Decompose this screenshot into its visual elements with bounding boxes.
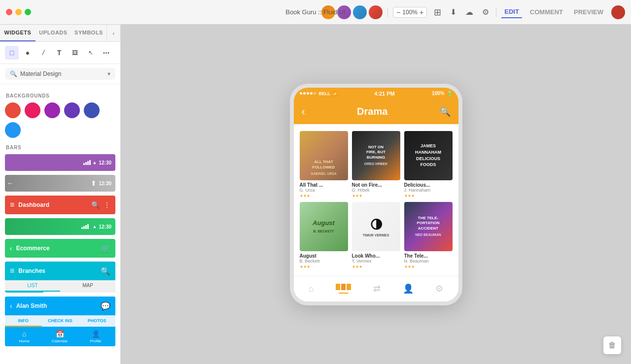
book-grid-container: ALL THATFOLLOWED GABRIEL URZA All That .… <box>294 124 458 276</box>
comment-nav-button[interactable]: COMMENT <box>527 6 566 18</box>
book-item-5[interactable]: THE TELE-PORTATIONACCIDENT NED BEAUMAN T… <box>404 202 453 269</box>
circle-tool-button[interactable]: ● <box>21 46 35 60</box>
bg-color-deep-purple[interactable] <box>64 102 80 118</box>
bar-actions: 🔍 ⋮ <box>91 201 110 209</box>
info-tab[interactable]: INFO <box>5 316 42 327</box>
bg-color-indigo[interactable] <box>84 102 100 118</box>
book-item-3[interactable]: August B. BECKETT August B. Beckett ★★★ <box>300 202 348 269</box>
book-author-5: N. Beauman <box>404 259 453 264</box>
book-cover-text-4: ◑ TIMUR VERMES <box>352 202 400 251</box>
progress-bar <box>5 292 115 293</box>
image-tool-button[interactable]: 🖼 <box>68 46 82 60</box>
book-stars-1: ★★★ <box>352 194 400 198</box>
zoom-out-button[interactable]: − <box>396 8 400 16</box>
nav-calendar[interactable]: 📅 Calendar <box>52 330 68 343</box>
close-button[interactable] <box>6 9 12 15</box>
bg-color-purple[interactable] <box>44 102 60 118</box>
bar-item-green-ecommerce[interactable]: ‹ Ecommerce 🛒 <box>5 239 115 258</box>
canvas-area: BELL 📶 4:21 PM 100% 🔋 ‹ Drama 🔍 <box>121 25 631 364</box>
nav-calendar-label: Calendar <box>52 339 68 343</box>
edit-nav-button[interactable]: EDIT <box>501 6 522 18</box>
book-cover-text-2: JAMESHANNAHAMDELICIOUSFOODS <box>404 131 453 180</box>
trash-button[interactable]: 🗑 <box>603 336 621 354</box>
book-item-1[interactable]: NOT ONFIRE, BUTBURNING GREG HRBEK Not on… <box>352 131 400 198</box>
active-indicator <box>339 293 349 294</box>
bar-item-blue[interactable]: ‹ Alan Smith 💬 INFO CHECK INS PHOTOS ⌂ H… <box>5 297 115 346</box>
nav-home[interactable]: ⌂ Home <box>19 330 30 343</box>
tab-books[interactable] <box>336 284 351 294</box>
search-icon-bar: 🔍 <box>91 201 100 209</box>
list-tab[interactable]: LIST <box>5 280 60 292</box>
book-title-3: August <box>300 253 348 259</box>
book-item-2[interactable]: JAMESHANNAHAMDELICIOUSFOODS Delicious...… <box>404 131 453 198</box>
tab-uploads[interactable]: UPLOADS <box>35 25 71 41</box>
tab-symbols[interactable]: SYMBOLS <box>71 25 106 41</box>
rectangle-tool-button[interactable]: □ <box>5 46 19 60</box>
bar-item-green-status[interactable]: ▲ 12:30 <box>5 218 115 235</box>
bar-item-cyan[interactable]: ≡ Branches 🔍 LIST MAP <box>5 262 115 293</box>
book-item-4[interactable]: ◑ TIMUR VERMES Look Who... T. Vermes ★★★ <box>352 202 400 269</box>
bg-color-blue[interactable] <box>5 122 21 138</box>
window-controls <box>6 9 31 15</box>
bar-item-gray[interactable]: ← ⬆ 12:30 <box>5 175 115 192</box>
gray-status-bar: ← ⬆ 12:30 <box>5 175 115 192</box>
exchange-icon: ⇄ <box>373 283 381 294</box>
tab-settings[interactable]: ⚙ <box>435 283 443 294</box>
zoom-in-button[interactable]: + <box>420 8 423 16</box>
book-item-0[interactable]: ALL THATFOLLOWED GABRIEL URZA All That .… <box>300 131 348 198</box>
book-author-1: G. Hrbek <box>352 188 400 193</box>
search-bar: 🔍 ▾ <box>5 68 115 80</box>
map-tab[interactable]: MAP <box>60 280 115 292</box>
book-cover-3: August B. BECKETT <box>300 202 348 251</box>
line-tool-button[interactable]: / <box>36 46 50 60</box>
tab-profile[interactable]: 👤 <box>403 283 414 294</box>
alan-smith-label: Alan Smith <box>16 302 101 309</box>
status-time: 4:21 PM <box>374 91 395 97</box>
book-cover-0: ALL THATFOLLOWED GABRIEL URZA <box>300 131 348 180</box>
share-icon[interactable]: ⊞ <box>432 5 443 20</box>
search-input[interactable] <box>20 70 105 77</box>
app-title: Book Guru :: Fluid UI <box>285 8 345 16</box>
checkins-tab[interactable]: CHECK INS <box>42 316 79 327</box>
back-button[interactable]: ‹ <box>302 105 305 118</box>
gear-icon: ⚙ <box>435 283 443 294</box>
zoom-control[interactable]: − 100% + <box>393 7 427 18</box>
book-stars-0: ★★★ <box>300 194 348 198</box>
main-layout: WIDGETS UPLOADS SYMBOLS ‹ □ ● / T 🖼 ↖ ••… <box>0 25 631 364</box>
more-tools-button[interactable]: ••• <box>100 46 113 60</box>
maximize-button[interactable] <box>25 9 31 15</box>
preview-nav-button[interactable]: PREVIEW <box>571 6 606 18</box>
user-avatar[interactable] <box>611 5 625 19</box>
tab-widgets[interactable]: WIDGETS <box>0 25 35 41</box>
status-right: 100% 🔋 <box>432 91 453 96</box>
progress-fill <box>5 292 43 293</box>
tab-home[interactable]: ⌂ <box>309 284 314 294</box>
divider <box>387 7 388 17</box>
book-author-0: G. Urza <box>300 188 348 193</box>
bg-color-red[interactable] <box>5 102 21 118</box>
settings-icon[interactable]: ⚙ <box>480 5 491 19</box>
bar-item-purple[interactable]: ▲ 12:30 <box>5 154 115 171</box>
bg-color-pink[interactable] <box>25 102 40 118</box>
chevron-down-icon[interactable]: ▾ <box>107 70 110 77</box>
photos-tab[interactable]: PHOTOS <box>78 316 115 327</box>
sidebar-collapse-button[interactable]: ‹ <box>106 25 120 41</box>
text-tool-button[interactable]: T <box>52 46 66 60</box>
more-icon-bar: ⋮ <box>104 201 110 209</box>
alan-tabs: INFO CHECK INS PHOTOS <box>5 315 115 327</box>
trash-icon: 🗑 <box>608 341 616 350</box>
minimize-button[interactable] <box>15 9 22 15</box>
cloud-icon[interactable]: ☁ <box>463 5 475 19</box>
download-icon[interactable]: ⬇ <box>448 5 458 19</box>
tab-exchange[interactable]: ⇄ <box>373 283 381 294</box>
top-bar: Book Guru :: Fluid UI − 100% + ⊞ ⬇ ☁ ⚙ E… <box>0 0 631 25</box>
phone-header: ‹ Drama 🔍 <box>294 99 458 124</box>
book-cover-4: ◑ TIMUR VERMES <box>352 202 400 251</box>
book-cover-text-1: NOT ONFIRE, BUTBURNING GREG HRBEK <box>352 131 400 180</box>
bar-item-red[interactable]: ≡ Dashboard 🔍 ⋮ <box>5 196 115 214</box>
blue-nav-bar: ⌂ Home 📅 Calendar 👤 Profile <box>5 327 115 346</box>
pointer-tool-button[interactable]: ↖ <box>84 46 98 60</box>
search-button[interactable]: 🔍 <box>440 106 451 117</box>
search-icon-cyan: 🔍 <box>101 266 110 276</box>
nav-profile[interactable]: 👤 Profile <box>90 330 102 343</box>
